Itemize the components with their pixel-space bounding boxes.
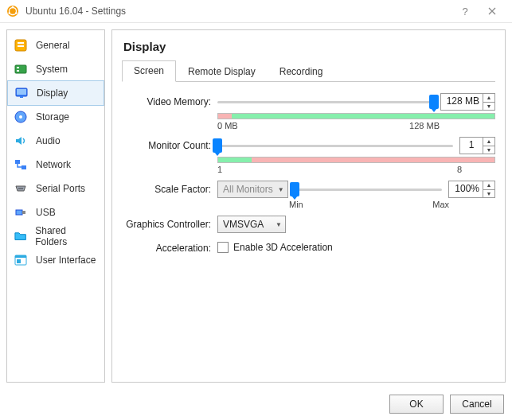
sidebar-item-label: System — [36, 64, 68, 75]
chevron-down-icon: ▼ — [278, 186, 284, 193]
tab-label: Remote Display — [188, 66, 256, 77]
sidebar: General System Display Storage Audio Net… — [6, 29, 105, 383]
monitor-count-range-bar — [217, 157, 495, 163]
monitor-count-slider[interactable] — [217, 138, 453, 153]
sidebar-item-label: Serial Ports — [36, 183, 85, 194]
display-icon — [14, 86, 29, 100]
svg-rect-25 — [17, 259, 21, 263]
graphics-controller-label: Graphics Controller: — [122, 216, 217, 230]
sidebar-item-usb[interactable]: USB — [7, 200, 104, 224]
svg-point-2 — [12, 6, 14, 9]
tab-label: Screen — [134, 65, 164, 76]
monitor-count-spinbox[interactable]: 1 ▲▼ — [459, 137, 495, 154]
chevron-down-icon: ▼ — [276, 221, 282, 228]
svg-rect-16 — [15, 160, 20, 164]
scale-factor-spinbox[interactable]: 100% ▲▼ — [448, 181, 495, 198]
tab-label: Recording — [279, 66, 323, 77]
sidebar-item-label: Display — [37, 88, 68, 99]
page-title: Display — [122, 37, 495, 60]
spin-down-icon[interactable]: ▼ — [483, 190, 494, 198]
sidebar-item-shared-folders[interactable]: Shared Folders — [7, 224, 104, 248]
svg-point-3 — [8, 12, 10, 14]
sidebar-item-general[interactable]: General — [7, 33, 104, 57]
monitor-count-value: 1 — [460, 138, 483, 154]
tabs: Screen Remote Display Recording — [122, 60, 495, 82]
acceleration-label: Acceleration: — [122, 239, 217, 254]
serial-ports-icon — [14, 181, 28, 196]
sidebar-item-display[interactable]: Display — [7, 80, 104, 106]
svg-rect-6 — [18, 42, 24, 44]
video-memory-range-bar — [217, 113, 495, 119]
sidebar-item-label: Shared Folders — [35, 225, 98, 247]
tab-remote-display[interactable]: Remote Display — [176, 61, 268, 82]
sidebar-item-label: Network — [36, 159, 71, 170]
spin-up-icon[interactable]: ▲ — [483, 94, 494, 103]
spin-up-icon[interactable]: ▲ — [483, 181, 494, 190]
scale-factor-slider[interactable] — [295, 182, 442, 196]
storage-icon — [14, 110, 28, 124]
scale-factor-value: 100% — [449, 181, 483, 197]
video-memory-value: 128 MB — [441, 94, 483, 110]
sidebar-item-label: USB — [36, 207, 56, 218]
svg-rect-21 — [16, 210, 22, 215]
svg-rect-17 — [21, 165, 26, 169]
sidebar-item-serial-ports[interactable]: Serial Ports — [7, 177, 104, 200]
user-interface-icon — [14, 253, 28, 267]
svg-rect-9 — [17, 67, 19, 68]
svg-rect-8 — [15, 65, 26, 73]
titlebar: Ubuntu 16.04 - Settings ? — [0, 0, 512, 23]
svg-rect-12 — [17, 89, 26, 95]
spin-down-icon[interactable]: ▼ — [483, 103, 494, 111]
svg-point-15 — [19, 115, 22, 119]
dialog-footer: OK Cancel — [389, 395, 504, 414]
scale-factor-max: Max — [432, 200, 449, 209]
svg-point-19 — [20, 188, 21, 189]
sidebar-item-system[interactable]: System — [7, 57, 104, 81]
dropdown-value: VMSVGA — [223, 219, 264, 230]
svg-point-20 — [21, 188, 23, 189]
system-icon — [14, 62, 28, 76]
close-button[interactable] — [479, 0, 506, 22]
cancel-button[interactable]: Cancel — [450, 395, 504, 414]
video-memory-slider[interactable] — [217, 95, 434, 109]
graphics-controller-dropdown[interactable]: VMSVGA ▼ — [217, 216, 286, 233]
window-title: Ubuntu 16.04 - Settings — [25, 6, 451, 17]
scale-factor-label: Scale Factor: — [122, 181, 217, 195]
svg-point-18 — [18, 188, 20, 189]
app-icon — [6, 5, 19, 18]
monitor-count-max: 8 — [457, 165, 462, 174]
video-memory-max: 128 MB — [409, 121, 440, 130]
enable-3d-acceleration-checkbox[interactable]: Enable 3D Acceleration — [217, 239, 495, 253]
sidebar-item-storage[interactable]: Storage — [7, 105, 104, 129]
monitor-count-label: Monitor Count: — [122, 137, 217, 151]
sidebar-item-label: Audio — [36, 135, 61, 146]
audio-icon — [14, 134, 28, 148]
svg-rect-10 — [17, 70, 19, 72]
checkbox-box — [217, 242, 229, 253]
checkbox-label: Enable 3D Acceleration — [233, 242, 333, 253]
svg-rect-13 — [20, 96, 23, 98]
sidebar-item-audio[interactable]: Audio — [7, 129, 104, 153]
scale-factor-min: Min — [289, 200, 303, 209]
video-memory-min: 0 MB — [217, 121, 238, 130]
general-icon — [14, 38, 28, 52]
sidebar-item-label: General — [36, 40, 70, 51]
tab-recording[interactable]: Recording — [268, 61, 335, 82]
spin-down-icon[interactable]: ▼ — [483, 146, 494, 154]
svg-rect-24 — [15, 255, 26, 258]
shared-folders-icon — [14, 229, 27, 243]
scale-factor-monitor-dropdown[interactable]: All Monitors ▼ — [217, 181, 288, 198]
ok-button[interactable]: OK — [389, 395, 444, 414]
dropdown-value: All Monitors — [223, 184, 273, 195]
usb-icon — [14, 205, 28, 220]
sidebar-item-network[interactable]: Network — [7, 153, 104, 177]
spin-up-icon[interactable]: ▲ — [483, 138, 494, 146]
video-memory-label: Video Memory: — [122, 93, 217, 107]
sidebar-item-user-interface[interactable]: User Interface — [7, 248, 104, 272]
monitor-count-min: 1 — [217, 165, 222, 174]
svg-rect-7 — [18, 45, 24, 47]
help-button[interactable]: ? — [451, 0, 479, 22]
main-panel: Display Screen Remote Display Recording … — [111, 29, 506, 383]
tab-screen[interactable]: Screen — [122, 60, 176, 82]
video-memory-spinbox[interactable]: 128 MB ▲▼ — [440, 93, 495, 111]
